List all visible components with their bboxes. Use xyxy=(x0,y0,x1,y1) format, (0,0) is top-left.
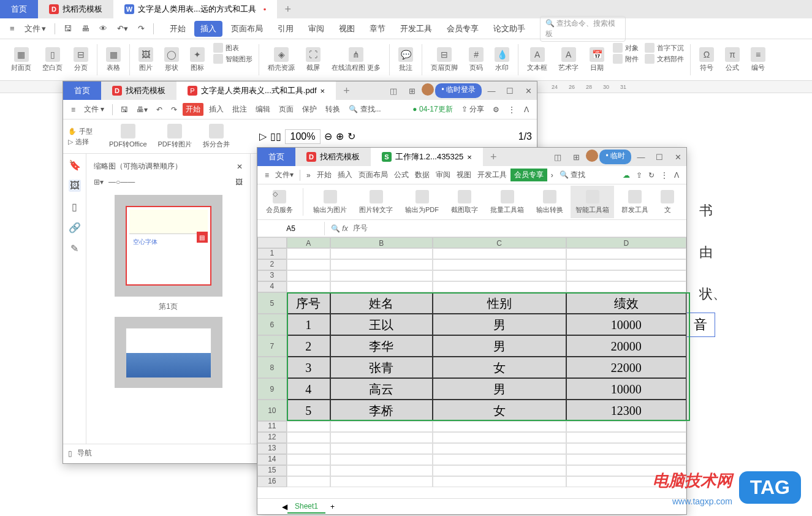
rib-wm[interactable]: 💧水印 xyxy=(490,42,514,78)
rib-obj[interactable]: 对象 xyxy=(613,43,639,53)
pdf-print-icon[interactable]: 🖶▾ xyxy=(134,104,151,115)
collapse-icon[interactable]: ᐱ xyxy=(672,170,681,181)
pdf-annot[interactable]: 批注 xyxy=(229,103,250,116)
minimize-icon[interactable]: — xyxy=(483,83,500,98)
rib-comment[interactable]: 💬批注 xyxy=(393,42,418,78)
thumb-icon[interactable]: 🖼 xyxy=(69,180,81,192)
col-A[interactable]: A xyxy=(287,237,330,248)
pdf-redo-icon[interactable]: ↷ xyxy=(168,104,180,115)
zoom-in-icon[interactable]: ⊕ xyxy=(336,131,344,142)
menu-layout[interactable]: 页面布局 xyxy=(225,21,269,37)
ss-tab-template[interactable]: D找稻壳模板 xyxy=(295,148,371,166)
more-icon[interactable]: ⋮ xyxy=(658,170,670,181)
formula-input[interactable]: 序号 xyxy=(353,223,368,233)
grid2-icon[interactable]: ⊞ xyxy=(567,150,585,164)
menu-vip[interactable]: 会员专享 xyxy=(441,21,485,37)
rotate-icon[interactable]: ↻ xyxy=(347,131,355,142)
ss-rib-outpdf[interactable]: 输出为PDF xyxy=(400,186,444,218)
pdf-page[interactable]: 页面 xyxy=(276,103,297,116)
ss-rib-img2txt[interactable]: 图片转文字 xyxy=(354,186,398,218)
fx-icon[interactable]: 🔍 fx xyxy=(331,224,348,233)
filter-icon[interactable]: ⊞▾ xyxy=(94,178,104,186)
ss-tab-home[interactable]: 首页 xyxy=(257,148,295,166)
nav-icon[interactable]: ▯ xyxy=(68,449,72,458)
pdf-tab-add[interactable]: + xyxy=(336,85,357,97)
menu-thesis[interactable]: 论文助手 xyxy=(487,21,531,37)
cloud-icon[interactable]: ☁ xyxy=(620,170,632,181)
ss-rib-outimg[interactable]: 输出为图片 xyxy=(308,186,352,218)
tab-document[interactable]: W文字是人类用表...远的方式和工具• xyxy=(113,0,277,18)
avatar[interactable] xyxy=(422,83,434,96)
rib-textbox[interactable]: A文本框 xyxy=(522,42,552,78)
link-icon[interactable]: 🔗 xyxy=(69,221,81,233)
outline-icon[interactable]: ▯ xyxy=(69,200,81,213)
menu-dev[interactable]: 开发工具 xyxy=(394,21,438,37)
tab-home[interactable]: 首页 xyxy=(0,0,38,18)
pdf-edit[interactable]: 编辑 xyxy=(252,103,273,116)
pdf-file[interactable]: 文件 ▾ xyxy=(81,103,107,116)
maximize-icon[interactable]: ☐ xyxy=(501,83,518,98)
rib-flow[interactable]: ⋔在线流程图 更多 xyxy=(327,42,385,78)
redo-icon[interactable]: ↷ xyxy=(134,22,148,35)
ss-menu-icon[interactable]: ≡ xyxy=(262,170,271,181)
pdf-to-img[interactable]: PDF转图片 xyxy=(154,124,195,149)
grid1-icon[interactable]: ◫ xyxy=(385,83,402,98)
history-icon[interactable]: ↻ xyxy=(646,170,657,181)
menu-chapter[interactable]: 章节 xyxy=(363,21,392,37)
minimize-icon[interactable]: — xyxy=(632,150,650,164)
tab-add[interactable]: + xyxy=(277,3,298,16)
grid1-icon[interactable]: ◫ xyxy=(549,150,566,164)
login-button[interactable]: • 临时登录 xyxy=(435,83,482,98)
cell-reference[interactable]: A5 xyxy=(257,222,325,235)
search-input[interactable]: 🔍 查找命令、搜索模板 xyxy=(540,16,626,42)
book-icon[interactable]: ▯▯ xyxy=(270,131,281,142)
close-icon[interactable]: ✕ xyxy=(520,83,537,98)
pdf-start[interactable]: 开始 xyxy=(183,103,203,116)
nav-label[interactable]: 导航 xyxy=(77,448,92,458)
ss-start[interactable]: 开始 xyxy=(314,169,334,181)
col-D[interactable]: D xyxy=(566,237,686,248)
rib-pageno[interactable]: #页码 xyxy=(464,42,488,78)
sheet-tab[interactable]: Sheet1 xyxy=(287,500,325,514)
pdf-convert[interactable]: 转换 xyxy=(322,103,343,116)
maximize-icon[interactable]: ☐ xyxy=(651,150,668,164)
rib-firstcap[interactable]: 首字下沉 xyxy=(645,43,684,53)
pdf-undo-icon[interactable]: ↶ xyxy=(153,104,165,115)
thumb-page-2[interactable] xyxy=(115,317,222,388)
rib-sym[interactable]: Ω符号 xyxy=(694,42,719,78)
pdf-protect[interactable]: 保护 xyxy=(299,103,320,116)
play-icon[interactable]: ▷ xyxy=(259,131,267,142)
preview-icon[interactable]: 👁 xyxy=(96,22,111,35)
save-icon[interactable]: 🖫 xyxy=(60,22,75,35)
avatar[interactable] xyxy=(586,150,598,162)
close-thumb-icon[interactable]: ✕ xyxy=(237,162,243,171)
rib-break[interactable]: ⊟分页 xyxy=(69,42,93,78)
pdf-tab-home[interactable]: 首页 xyxy=(63,82,101,100)
update-badge[interactable]: ● 04-17更新 xyxy=(409,103,455,116)
ss-rib-batch[interactable]: 批量工具箱 xyxy=(485,186,529,218)
pdf-tab-doc[interactable]: P文字是人类用表义...式和工具.pdf × xyxy=(176,82,336,100)
ss-rib-smart[interactable]: 智能工具箱 xyxy=(571,186,614,218)
ss-rib-screencap[interactable]: 截图取字 xyxy=(446,186,483,218)
rib-crop[interactable]: ⛶截屏 xyxy=(301,42,325,78)
rib-table[interactable]: ▦表格 xyxy=(101,42,126,78)
sign-icon[interactable]: ✎ xyxy=(69,242,81,254)
ss-search[interactable]: 🔍 查找 xyxy=(557,169,588,181)
more-icon[interactable]: ⋮ xyxy=(505,104,518,115)
pdf-insert[interactable]: 插入 xyxy=(206,103,227,116)
rib-date[interactable]: 📅日期 xyxy=(585,42,609,78)
rib-smart[interactable]: 智能图形 xyxy=(213,54,252,64)
pdf-save-icon[interactable]: 🖫 xyxy=(118,104,131,115)
undo-icon[interactable]: ↶▾ xyxy=(113,22,132,35)
ss-file[interactable]: 文件▾ xyxy=(273,169,296,181)
file-menu[interactable]: 文件 ▾ xyxy=(21,21,50,36)
bookmark-icon[interactable]: 🔖 xyxy=(69,159,81,171)
menu-view[interactable]: 视图 xyxy=(333,21,361,37)
pdf-menu-icon[interactable]: ≡ xyxy=(68,104,78,115)
ss-tab-add[interactable]: + xyxy=(483,151,504,164)
rib-res[interactable]: ◈稻壳资源 xyxy=(263,42,300,78)
zoom-value[interactable]: 100% xyxy=(285,129,321,144)
ss-view[interactable]: 视图 xyxy=(454,169,474,181)
rib-parts[interactable]: 文档部件 xyxy=(645,54,684,64)
rib-icon[interactable]: ✦图标 xyxy=(185,42,210,78)
